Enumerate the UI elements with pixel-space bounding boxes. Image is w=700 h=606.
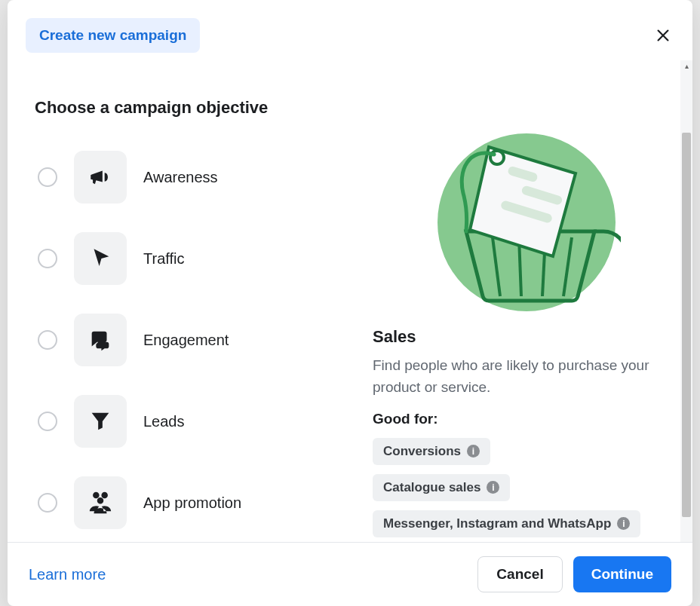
scrollbar-thumb[interactable] xyxy=(682,133,691,517)
modal-header: Create new campaign xyxy=(8,0,692,60)
section-title: Choose a campaign objective xyxy=(27,98,352,118)
objective-engagement[interactable]: Engagement xyxy=(27,306,352,374)
objective-label: Leads xyxy=(143,413,185,430)
chip-catalogue-sales: Catalogue sales i xyxy=(373,474,510,501)
objectives-column: Choose a campaign objective Awareness xyxy=(27,98,352,542)
info-icon[interactable]: i xyxy=(487,481,499,494)
learn-more-link[interactable]: Learn more xyxy=(29,566,106,583)
good-for-chips: Conversions i Catalogue sales i Messenge… xyxy=(373,438,673,537)
cursor-icon xyxy=(74,232,127,285)
detail-description: Find people who are likely to purchase y… xyxy=(373,354,673,399)
radio-app-promotion[interactable] xyxy=(38,493,57,513)
continue-button[interactable]: Continue xyxy=(573,556,671,592)
sales-illustration xyxy=(417,121,628,317)
objective-label: Traffic xyxy=(143,250,184,268)
cancel-button[interactable]: Cancel xyxy=(477,556,562,592)
funnel-icon xyxy=(74,395,127,448)
radio-engagement[interactable] xyxy=(38,330,57,350)
objective-label: App promotion xyxy=(143,494,241,512)
objective-detail-column: Sales Find people who are likely to purc… xyxy=(352,98,673,542)
scrollbar-track[interactable]: ▴ xyxy=(680,60,692,542)
people-icon xyxy=(74,476,127,529)
footer-actions: Cancel Continue xyxy=(477,556,671,592)
modal-footer: Learn more Cancel Continue xyxy=(8,542,692,606)
radio-traffic[interactable] xyxy=(38,249,57,268)
objective-label: Awareness xyxy=(143,169,218,186)
objective-leads[interactable]: Leads xyxy=(27,387,352,455)
scrollbar-up-arrow[interactable]: ▴ xyxy=(682,62,691,71)
megaphone-icon xyxy=(74,151,127,204)
objectives-list: Awareness Traffic Enga xyxy=(27,143,352,542)
chip-label: Catalogue sales xyxy=(383,480,480,495)
radio-awareness[interactable] xyxy=(38,167,57,187)
info-icon[interactable]: i xyxy=(467,445,480,458)
info-icon[interactable]: i xyxy=(617,517,630,530)
chip-conversions: Conversions i xyxy=(373,438,490,465)
chip-messenger-instagram-whatsapp: Messenger, Instagram and WhatsApp i xyxy=(373,510,640,537)
chat-icon xyxy=(74,314,127,366)
chip-label: Conversions xyxy=(383,444,461,459)
close-icon[interactable] xyxy=(655,27,671,44)
detail-title: Sales xyxy=(373,327,673,347)
objective-app-promotion[interactable]: App promotion xyxy=(27,469,352,537)
radio-leads[interactable] xyxy=(38,412,57,431)
campaign-objective-modal: Create new campaign Choose a campaign ob… xyxy=(8,0,692,606)
chip-label: Messenger, Instagram and WhatsApp xyxy=(383,516,611,531)
good-for-label: Good for: xyxy=(373,411,673,427)
objective-traffic[interactable]: Traffic xyxy=(27,225,352,292)
modal-content: Choose a campaign objective Awareness xyxy=(8,60,692,542)
objective-label: Engagement xyxy=(143,332,229,349)
objective-awareness[interactable]: Awareness xyxy=(27,143,352,211)
modal-scroll-area[interactable]: Choose a campaign objective Awareness xyxy=(8,60,692,542)
create-new-campaign-button[interactable]: Create new campaign xyxy=(26,18,200,53)
